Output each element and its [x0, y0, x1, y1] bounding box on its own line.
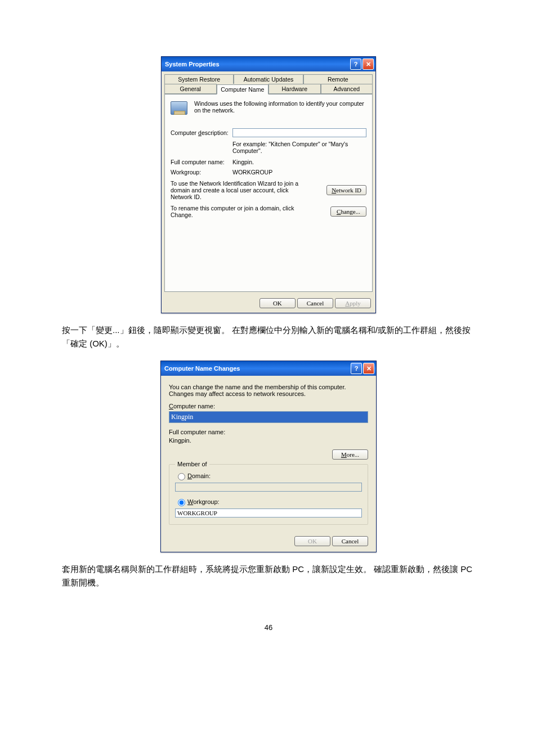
- domain-label: Domain:: [187, 472, 211, 479]
- computer-description-input[interactable]: [232, 128, 366, 137]
- tab-hardware[interactable]: Hardware: [268, 84, 321, 94]
- workgroup-value: WORKGROUP: [232, 169, 366, 176]
- computer-name-changes-dialog: Computer Name Changes ? ✕ You can change…: [160, 361, 377, 552]
- workgroup-label: Workgroup:: [171, 169, 232, 176]
- workgroup-radio[interactable]: [178, 499, 185, 506]
- apply-button[interactable]: Apply: [335, 298, 371, 308]
- tab-computer-name[interactable]: Computer Name: [217, 84, 269, 94]
- close-icon[interactable]: ✕: [363, 58, 374, 70]
- dialog-buttons: OK Cancel Apply: [162, 295, 375, 313]
- computer-description-label: Computer description:: [171, 129, 232, 136]
- tab-general[interactable]: General: [164, 84, 217, 94]
- page-number: 46: [62, 623, 475, 632]
- network-id-text: To use the Network Identification Wizard…: [171, 180, 303, 200]
- tab-strip: System Restore Automatic Updates Remote …: [164, 74, 373, 94]
- tab-system-restore[interactable]: System Restore: [164, 74, 234, 84]
- computer-name-label: Computer name:: [169, 403, 368, 410]
- example-text: For example: "Kitchen Computer" or "Mary…: [232, 141, 366, 154]
- info-row: Windows uses the following information t…: [171, 100, 366, 120]
- domain-input[interactable]: [175, 483, 362, 492]
- system-properties-dialog: System Properties ? ✕ System Restore Aut…: [161, 56, 376, 313]
- member-of-group: Member of Domain: Workgroup:: [169, 464, 368, 525]
- help-icon[interactable]: ?: [351, 363, 362, 374]
- network-id-button[interactable]: Network ID: [326, 185, 366, 195]
- full-computer-name-label: Full computer name:: [171, 159, 232, 165]
- member-of-legend: Member of: [175, 461, 209, 467]
- workgroup-input[interactable]: [175, 508, 362, 518]
- full-computer-name-label: Full computer name:: [169, 429, 368, 435]
- workgroup-label: Workgroup:: [187, 498, 220, 505]
- change-button[interactable]: Change...: [330, 206, 366, 217]
- titlebar[interactable]: System Properties ? ✕: [162, 57, 375, 71]
- cancel-button[interactable]: Cancel: [297, 298, 333, 308]
- info-text: Windows uses the following information t…: [194, 100, 364, 114]
- computer-name-input[interactable]: [169, 411, 368, 423]
- ok-button[interactable]: OK: [259, 298, 296, 308]
- tab-advanced[interactable]: Advanced: [321, 84, 373, 94]
- titlebar[interactable]: Computer Name Changes ? ✕: [161, 361, 376, 376]
- full-computer-name-value: Kingpin.: [169, 437, 368, 444]
- close-icon[interactable]: ✕: [363, 363, 374, 374]
- domain-radio[interactable]: [178, 473, 185, 480]
- dialog-title: System Properties: [165, 61, 349, 68]
- full-computer-name-value: Kingpin.: [232, 159, 366, 165]
- computer-icon: [171, 101, 190, 120]
- dialog-title: Computer Name Changes: [164, 365, 350, 372]
- tab-pane-computer-name: Windows uses the following information t…: [164, 94, 373, 292]
- help-icon[interactable]: ?: [350, 58, 361, 70]
- more-button[interactable]: More...: [332, 449, 368, 460]
- description-text: You can change the name and the membersh…: [169, 384, 368, 397]
- tab-automatic-updates[interactable]: Automatic Updates: [234, 74, 303, 84]
- change-text: To rename this computer or join a domain…: [171, 205, 303, 218]
- ok-button[interactable]: OK: [294, 536, 330, 546]
- cancel-button[interactable]: Cancel: [332, 536, 368, 546]
- paragraph-1: 按一下「變更...」鈕後，隨即顯示變更視窗。 在對應欄位中分別輸入新的電腦名稱和…: [62, 323, 475, 350]
- paragraph-2: 套用新的電腦名稱與新的工作群組時，系統將提示您重新啟動 PC，讓新設定生效。 確…: [62, 562, 475, 590]
- tab-remote[interactable]: Remote: [303, 74, 373, 84]
